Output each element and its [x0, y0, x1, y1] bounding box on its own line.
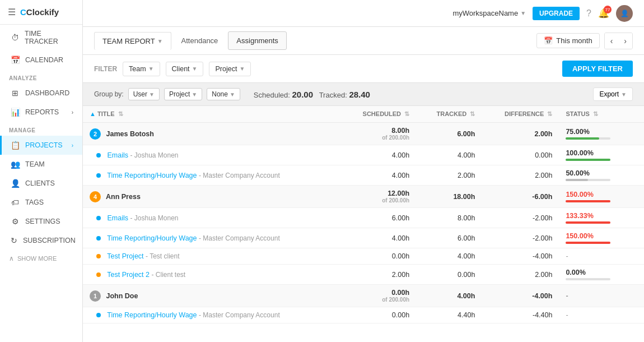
client-filter-label: Client	[172, 65, 190, 73]
nav-item-projects[interactable]: 📋 PROJECTS ›	[0, 136, 82, 155]
project-name[interactable]: Test Project	[107, 252, 143, 260]
user-avatar[interactable]: 👤	[616, 5, 633, 22]
project-scheduled-cell: 4.00h	[340, 165, 416, 186]
report-table-container: ▲ TITLE ⇅ SCHEDULED ⇅ TRACKED ⇅ DIFFEREN…	[83, 106, 644, 342]
project-company: - Master Company Account	[199, 234, 280, 242]
nav-item-team[interactable]: 👥 TEAM	[0, 155, 82, 174]
project-status-cell: 50.00%	[559, 165, 644, 186]
tab-assignments[interactable]: Assignments	[228, 31, 286, 50]
nav-item-settings[interactable]: ⚙ SETTINGS	[0, 212, 82, 231]
table-header-row: ▲ TITLE ⇅ SCHEDULED ⇅ TRACKED ⇅ DIFFEREN…	[83, 106, 644, 123]
show-more-button[interactable]: ∧ SHOW MORE	[0, 250, 82, 267]
group-by-label: Group by:	[94, 90, 124, 98]
table-row-user[interactable]: 4 Ann Press 12.00h of 200.00h 18.00h -6.…	[83, 186, 644, 208]
group-user-button[interactable]: User ▼	[128, 88, 160, 100]
sidebar-header: ☰ CClockify	[0, 0, 82, 25]
user-name: James Botosh	[106, 130, 153, 138]
date-prev-button[interactable]: ‹	[605, 33, 619, 49]
nav-item-calendar[interactable]: 📅 CALENDAR	[0, 50, 82, 70]
upgrade-button[interactable]: UPGRADE	[533, 7, 580, 20]
attendance-label: Attendance	[181, 36, 218, 45]
date-label: This month	[556, 36, 592, 45]
team-filter-button[interactable]: Team ▼	[123, 62, 160, 76]
nav-item-subscription[interactable]: ↻ SUBSCRIPTION	[0, 231, 82, 250]
project-name[interactable]: Time Reporting/Hourly Wage	[107, 311, 197, 319]
date-current-button[interactable]: 📅 This month	[536, 33, 599, 48]
tags-icon: 🏷	[11, 198, 20, 207]
project-status-cell: 150.00%	[559, 228, 644, 248]
project-name[interactable]: Time Reporting/Hourly Wage	[107, 234, 197, 242]
table-row-project[interactable]: Emails - Joshua Monen 4.00h 4.00h 0.00h …	[83, 145, 644, 165]
user-status-cell: 150.00%	[559, 186, 644, 208]
table-row-project[interactable]: Time Reporting/Hourly Wage - Master Comp…	[83, 307, 644, 323]
tab-team-report[interactable]: TEAM REPORT ▼	[94, 32, 171, 50]
project-company: - Master Company Account	[199, 172, 280, 179]
project-name[interactable]: Emails	[107, 151, 128, 159]
group-project-button[interactable]: Project ▼	[164, 88, 202, 100]
project-color-dot	[96, 236, 101, 241]
table-row-project[interactable]: Time Reporting/Hourly Wage - Master Comp…	[83, 165, 644, 186]
workspace-name-label: myWorkspaceName	[452, 9, 518, 17]
th-title[interactable]: ▲ TITLE ⇅	[83, 106, 340, 123]
group-none-button[interactable]: None ▼	[207, 88, 240, 100]
app-logo: CClockify	[20, 7, 59, 17]
status-bar-wrap	[566, 179, 610, 181]
nav-item-reports[interactable]: 📊 REPORTS ›	[0, 103, 82, 122]
project-status-cell: -	[559, 248, 644, 265]
nav-item-time-tracker[interactable]: ⏱ TIME TRACKER	[0, 25, 82, 50]
notifications-icon[interactable]: 🔔 77	[598, 8, 609, 19]
status-percent: 150.00%	[566, 191, 637, 198]
project-tracked-cell: 8.00h	[416, 208, 482, 228]
project-color-dot	[96, 254, 101, 258]
reports-icon: 📊	[11, 108, 20, 117]
project-color-dot	[96, 153, 101, 158]
user-scheduled-sub: of 200.00h	[347, 135, 409, 141]
table-row-project[interactable]: Emails - Joshua Monen 6.00h 8.00h -2.00h…	[83, 208, 644, 228]
project-filter-button[interactable]: Project ▼	[209, 62, 251, 76]
team-filter-label: Team	[129, 65, 146, 73]
export-button[interactable]: Export ▼	[593, 87, 633, 101]
th-scheduled[interactable]: SCHEDULED ⇅	[340, 106, 416, 123]
project-color-dot	[96, 313, 101, 317]
status-percent: 50.00%	[566, 169, 637, 177]
project-name[interactable]: Test Project 2	[107, 271, 150, 279]
sidebar: ☰ CClockify ⏱ TIME TRACKER 📅 CALENDAR AN…	[0, 0, 83, 342]
table-row-project[interactable]: Test Project 2 - Client test 2.00h 0.00h…	[83, 265, 644, 285]
project-tracked-cell: 4.00h	[416, 248, 482, 265]
nav-label-settings: SETTINGS	[25, 218, 60, 225]
nav-item-clients[interactable]: 👤 CLIENTS	[0, 174, 82, 193]
table-row-user[interactable]: 1 John Doe 0.00h of 200.00h 4.00h -4.00h…	[83, 285, 644, 307]
date-next-button[interactable]: ›	[618, 33, 632, 49]
filter-bar: FILTER Team ▼ Client ▼ Project ▼ APPLY F…	[83, 55, 644, 83]
project-name[interactable]: Time Reporting/Hourly Wage	[107, 172, 197, 179]
user-title-cell: 2 James Botosh	[83, 123, 340, 145]
table-row-project[interactable]: Time Reporting/Hourly Wage - Master Comp…	[83, 228, 644, 248]
project-tracked-cell: 2.00h	[416, 165, 482, 186]
client-filter-button[interactable]: Client ▼	[166, 62, 204, 76]
table-row-user[interactable]: 2 James Botosh 8.00h of 200.00h 6.00h 2.…	[83, 123, 644, 145]
project-difference-cell: -2.00h	[482, 208, 559, 228]
user-number-badge: 4	[90, 191, 101, 202]
export-label: Export	[599, 90, 619, 98]
help-icon[interactable]: ?	[586, 8, 591, 19]
workspace-selector[interactable]: myWorkspaceName ▼	[452, 9, 526, 17]
tab-attendance[interactable]: Attendance	[174, 32, 226, 49]
user-scheduled-main: 0.00h	[347, 289, 409, 297]
menu-icon[interactable]: ☰	[8, 7, 16, 17]
nav-label-clients: CLIENTS	[25, 179, 55, 187]
tracked-sort-icon: ⇅	[470, 110, 475, 117]
apply-filter-button[interactable]: APPLY FILTER	[562, 61, 633, 77]
project-difference-cell: 2.00h	[482, 265, 559, 285]
project-name[interactable]: Emails	[107, 214, 128, 222]
project-title-cell: Time Reporting/Hourly Wage - Master Comp…	[83, 165, 340, 186]
status-bar-wrap	[566, 159, 610, 161]
status-sort-icon: ⇅	[593, 110, 598, 117]
user-number-badge: 1	[90, 290, 101, 302]
th-difference[interactable]: DIFFERENCE ⇅	[482, 106, 559, 123]
user-scheduled-cell: 0.00h of 200.00h	[340, 285, 416, 307]
th-status[interactable]: STATUS ⇅	[559, 106, 644, 123]
th-tracked[interactable]: TRACKED ⇅	[416, 106, 482, 123]
table-row-project[interactable]: Test Project - Test client 0.00h 4.00h -…	[83, 248, 644, 265]
nav-item-tags[interactable]: 🏷 TAGS	[0, 193, 82, 212]
nav-item-dashboard[interactable]: ⊞ DASHBOARD	[0, 84, 82, 103]
